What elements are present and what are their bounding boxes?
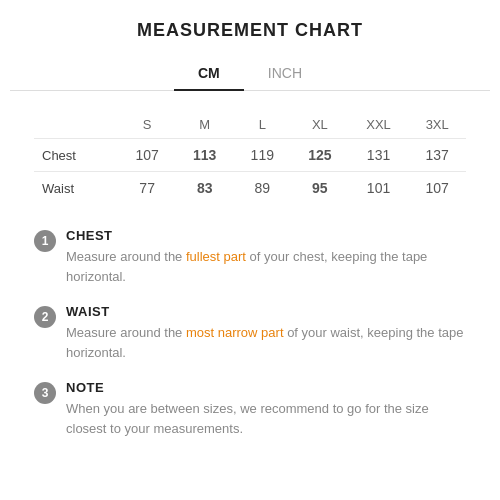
tab-inch[interactable]: INCH [244, 57, 326, 91]
instruction-note: 3 NOTE When you are between sizes, we re… [34, 380, 466, 438]
measurement-table: S M L XL XXL 3XL Chest 107 113 119 125 1… [34, 111, 466, 204]
chest-xl: 125 [291, 139, 349, 172]
waist-3xl: 107 [408, 172, 466, 205]
waist-s: 77 [118, 172, 176, 205]
waist-l: 89 [234, 172, 292, 205]
instruction-text-waist: Measure around the most narrow part of y… [66, 323, 466, 362]
waist-xxl: 101 [349, 172, 409, 205]
instruction-heading-note: NOTE [66, 380, 466, 395]
instructions-section: 1 CHEST Measure around the fullest part … [34, 228, 466, 438]
col-header-3xl: 3XL [408, 111, 466, 139]
waist-xl: 95 [291, 172, 349, 205]
instruction-text-chest: Measure around the fullest part of your … [66, 247, 466, 286]
col-header-l: L [234, 111, 292, 139]
row-label-chest: Chest [34, 139, 118, 172]
col-header-xxl: XXL [349, 111, 409, 139]
tab-cm[interactable]: CM [174, 57, 244, 91]
instruction-waist: 2 WAIST Measure around the most narrow p… [34, 304, 466, 362]
instruction-number-2: 2 [34, 306, 56, 328]
instruction-number-1: 1 [34, 230, 56, 252]
page-title: MEASUREMENT CHART [10, 20, 490, 41]
waist-m: 83 [176, 172, 234, 205]
table-row-chest: Chest 107 113 119 125 131 137 [34, 139, 466, 172]
instruction-number-3: 3 [34, 382, 56, 404]
instruction-chest: 1 CHEST Measure around the fullest part … [34, 228, 466, 286]
instruction-content-note: NOTE When you are between sizes, we reco… [66, 380, 466, 438]
row-label-waist: Waist [34, 172, 118, 205]
col-header-xl: XL [291, 111, 349, 139]
chest-l: 119 [234, 139, 292, 172]
col-header-empty [34, 111, 118, 139]
table-row-waist: Waist 77 83 89 95 101 107 [34, 172, 466, 205]
chest-m: 113 [176, 139, 234, 172]
instruction-content-chest: CHEST Measure around the fullest part of… [66, 228, 466, 286]
chest-s: 107 [118, 139, 176, 172]
chest-3xl: 137 [408, 139, 466, 172]
instruction-content-waist: WAIST Measure around the most narrow par… [66, 304, 466, 362]
col-header-s: S [118, 111, 176, 139]
unit-tabs: CM INCH [10, 57, 490, 91]
instruction-text-note: When you are between sizes, we recommend… [66, 399, 466, 438]
instruction-heading-waist: WAIST [66, 304, 466, 319]
col-header-m: M [176, 111, 234, 139]
chest-xxl: 131 [349, 139, 409, 172]
instruction-heading-chest: CHEST [66, 228, 466, 243]
